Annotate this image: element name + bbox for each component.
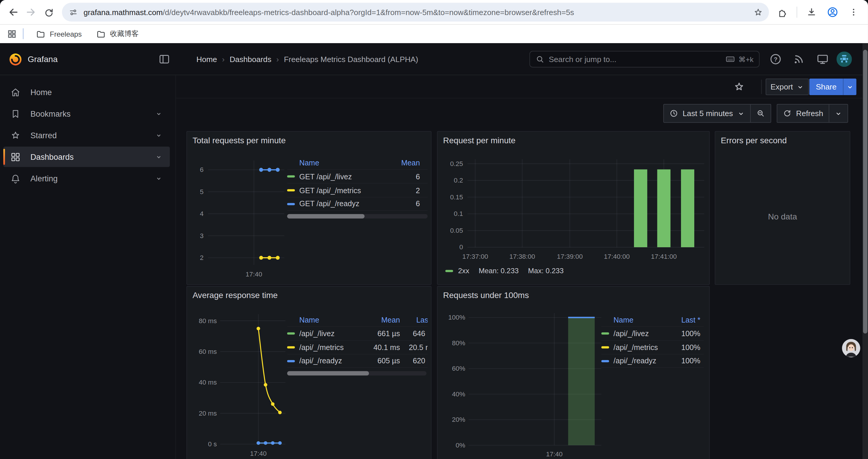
legend-series-label[interactable]: 2xx — [458, 267, 469, 275]
series-swatch — [287, 189, 295, 191]
series-name[interactable]: /api/_/readyz — [287, 357, 363, 365]
page-scrollbar[interactable] — [862, 43, 868, 459]
svg-text:17:37:00: 17:37:00 — [462, 253, 488, 260]
url-text[interactable]: grafana.mathmast.com/d/deytv4rwavabkb/fr… — [84, 8, 749, 17]
assistant-avatar-widget[interactable] — [841, 338, 861, 358]
refresh-icon — [783, 109, 792, 118]
panel-title[interactable]: Errors per second — [721, 136, 787, 145]
bookmark-star-icon[interactable] — [753, 7, 764, 18]
column-header-name[interactable]: Name — [287, 316, 363, 324]
favorite-star-icon[interactable] — [733, 80, 745, 93]
bookmark-folder[interactable]: 收藏博客 — [91, 27, 145, 41]
column-header-value[interactable]: Mean — [395, 158, 428, 167]
bookmark-folder[interactable]: Freeleaps — [30, 27, 88, 41]
grafana-brand[interactable]: Grafana — [28, 54, 58, 64]
column-header-name[interactable]: Name — [601, 316, 673, 324]
cell-value: 100% — [673, 343, 704, 352]
chevron-down-icon[interactable] — [154, 131, 163, 140]
dock-sidebar-icon[interactable] — [158, 53, 170, 65]
requests-under-100ms-chart[interactable]: 100%80%60%40%20%0%17:40 — [442, 306, 613, 459]
address-bar[interactable]: grafana.mathmast.com/d/deytv4rwavabkb/fr… — [62, 3, 769, 22]
help-icon[interactable]: ? — [769, 53, 782, 66]
table-scrollbar[interactable] — [287, 371, 427, 375]
reload-icon[interactable] — [40, 3, 58, 21]
svg-text:40%: 40% — [452, 391, 465, 398]
grafana-top-nav: Grafana Home›Dashboards›Freeleaps Metric… — [0, 43, 868, 75]
breadcrumb-item[interactable]: Dashboards — [229, 55, 271, 64]
forward-icon[interactable] — [22, 3, 40, 21]
chevron-down-icon[interactable] — [154, 174, 163, 183]
news-rss-icon[interactable] — [792, 53, 805, 66]
svg-text:17:40:00: 17:40:00 — [604, 253, 629, 260]
extensions-icon[interactable] — [773, 3, 791, 21]
downloads-icon[interactable] — [803, 3, 820, 21]
refresh-interval-dropdown[interactable] — [829, 104, 848, 122]
request-per-minute-chart[interactable]: 0.250.20.150.10.05017:37:0017:38:0017:39… — [442, 153, 707, 281]
chevron-down-icon[interactable] — [154, 109, 163, 118]
breadcrumb-separator: › — [276, 55, 279, 64]
panel-title[interactable]: Requests under 100ms — [443, 290, 529, 300]
series-swatch — [287, 346, 295, 348]
sidebar-item-bookmarks[interactable]: Bookmarks — [3, 103, 170, 124]
svg-text:17:39:00: 17:39:00 — [557, 253, 583, 260]
cell-value: 605 µs — [363, 357, 402, 365]
series-name[interactable]: GET /api/_/readyz — [287, 200, 395, 208]
apps-grid-icon[interactable] — [6, 28, 17, 39]
average-response-time-chart[interactable]: 80 ms60 ms40 ms20 ms0 s17:40 — [191, 306, 289, 459]
table-scrollbar-thumb[interactable] — [287, 214, 365, 219]
search-input[interactable]: Search or jump to... ⌘+k — [529, 51, 760, 67]
svg-text:5: 5 — [200, 188, 204, 196]
panel-title[interactable]: Total requests per minute — [193, 136, 286, 145]
series-name[interactable]: /api/_/readyz — [601, 357, 673, 365]
zoom-out-button[interactable] — [750, 104, 771, 122]
table-row: /api/_/livez100% — [601, 326, 704, 340]
export-button[interactable]: Export — [766, 78, 809, 95]
column-header-value[interactable]: Last * — [402, 316, 428, 324]
series-label: /api/_/readyz — [299, 357, 342, 365]
svg-text:0.05: 0.05 — [450, 227, 463, 234]
display-kiosk-icon[interactable] — [816, 53, 829, 66]
actions-divider — [761, 80, 762, 94]
menu-kebab-icon[interactable] — [845, 3, 862, 21]
panel-title[interactable]: Average response time — [193, 290, 278, 300]
legend-table-inner: NameLast */api/_/livez100%/api/_/metrics… — [601, 313, 704, 368]
series-name[interactable]: /api/_/metrics — [601, 343, 673, 352]
bookmark-label: Freeleaps — [50, 30, 82, 38]
panel-title[interactable]: Request per minute — [443, 136, 516, 145]
grafana-logo-icon[interactable] — [8, 52, 23, 66]
user-avatar[interactable] — [836, 52, 852, 67]
series-name[interactable]: /api/_/livez — [287, 329, 363, 338]
svg-text:17:40: 17:40 — [250, 450, 267, 457]
grafana-app: Grafana Home›Dashboards›Freeleaps Metric… — [0, 43, 868, 459]
share-button[interactable]: Share — [809, 78, 843, 95]
sidebar-item-starred[interactable]: Starred — [3, 125, 170, 145]
series-name[interactable]: GET /api/_/livez — [287, 172, 395, 181]
breadcrumb-separator: › — [222, 55, 225, 64]
total-requests-chart[interactable]: 6543217:40 — [191, 153, 285, 281]
cell-value: 2 — [395, 186, 428, 194]
bookmarks-divider — [23, 28, 24, 39]
sidebar-item-home[interactable]: Home — [3, 82, 170, 102]
back-icon[interactable] — [4, 3, 22, 21]
series-label: /api/_/metrics — [299, 343, 344, 352]
series-name[interactable]: /api/_/metrics — [287, 343, 363, 352]
breadcrumb-item[interactable]: Home — [196, 55, 217, 64]
scrollbar-thumb[interactable] — [863, 50, 867, 334]
site-settings-icon[interactable] — [68, 7, 78, 17]
series-name[interactable]: GET /api/_/metrics — [287, 186, 395, 194]
bookmark-label: 收藏博客 — [110, 29, 138, 39]
column-header-value[interactable]: Mean — [363, 316, 402, 324]
sidebar-item-dashboards[interactable]: Dashboards — [3, 146, 170, 167]
table-scrollbar-thumb[interactable] — [287, 371, 369, 375]
refresh-button[interactable]: Refresh — [777, 104, 829, 122]
column-header-name[interactable]: Name — [287, 158, 395, 167]
profile-icon[interactable] — [824, 3, 841, 21]
series-name[interactable]: /api/_/livez — [601, 329, 673, 338]
table-scrollbar[interactable] — [287, 214, 428, 219]
share-dropdown-button[interactable] — [843, 78, 857, 95]
column-header-value[interactable]: Last * — [673, 316, 704, 324]
time-controls: Last 5 minutes Refresh — [663, 104, 848, 123]
time-range-picker[interactable]: Last 5 minutes — [664, 104, 750, 122]
chevron-down-icon[interactable] — [154, 153, 163, 161]
sidebar-item-alerting[interactable]: Alerting — [3, 168, 170, 189]
